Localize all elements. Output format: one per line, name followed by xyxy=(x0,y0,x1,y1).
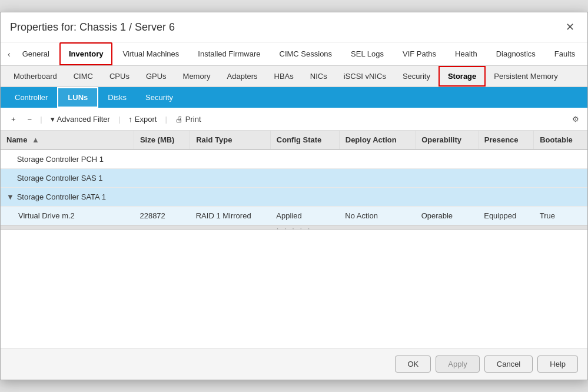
sort-arrow-name: ▲ xyxy=(32,135,39,144)
col-presence[interactable]: Presence xyxy=(478,131,533,150)
sub-tab-iscsi-vnics[interactable]: iSCSI vNICs xyxy=(335,67,394,85)
tab-vif-paths[interactable]: VIF Paths xyxy=(394,43,445,65)
collapse-icon[interactable]: ▼ xyxy=(6,192,15,201)
tab-inventory[interactable]: Inventory xyxy=(59,42,113,65)
table-row[interactable]: Virtual Drive m.2 228872 RAID 1 Mirrored… xyxy=(1,207,587,225)
remove-icon: − xyxy=(28,115,32,124)
table-header-row: Name ▲ Size (MB) Raid Type Config State … xyxy=(1,131,587,150)
col-name[interactable]: Name ▲ xyxy=(1,131,134,150)
settings-button[interactable]: ⚙ xyxy=(570,111,582,127)
cell-deploy-action xyxy=(339,188,415,207)
cell-deploy-action xyxy=(339,150,415,169)
cell-raid-type: RAID 1 Mirrored xyxy=(190,207,271,225)
col-deploy-action[interactable]: Deploy Action xyxy=(339,131,415,150)
toolbar-sep2: | xyxy=(118,115,120,124)
dialog-header: Properties for: Chassis 1 / Server 6 ✕ xyxy=(1,12,587,42)
luns-table-container: Name ▲ Size (MB) Raid Type Config State … xyxy=(1,131,587,225)
cell-raid-type xyxy=(190,188,271,207)
tab-faults[interactable]: Faults xyxy=(546,43,584,65)
sub-tab-motherboard[interactable]: Motherboard xyxy=(5,67,65,85)
sub-tab-persistent-memory[interactable]: Persistent Memory xyxy=(486,67,566,85)
cell-size xyxy=(134,188,190,207)
close-button[interactable]: ✕ xyxy=(562,19,578,35)
sub-tab-adapters[interactable]: Adapters xyxy=(219,67,266,85)
cell-raid-type xyxy=(190,169,271,188)
cell-bootable xyxy=(534,188,587,207)
tertiary-tab-security[interactable]: Security xyxy=(136,88,182,107)
cell-config-state: Applied xyxy=(270,207,339,225)
filter-icon: ▾ xyxy=(51,115,55,124)
cell-bootable xyxy=(534,169,587,188)
resize-handle[interactable]: · · · · · xyxy=(1,225,587,230)
cell-name: Storage Controller PCH 1 xyxy=(1,150,134,169)
col-size[interactable]: Size (MB) xyxy=(134,131,190,150)
table-row[interactable]: Storage Controller PCH 1 xyxy=(1,150,587,169)
cell-presence xyxy=(478,188,533,207)
properties-dialog: Properties for: Chassis 1 / Server 6 ✕ ‹… xyxy=(0,12,588,380)
remove-button[interactable]: − xyxy=(23,113,37,125)
cell-operability xyxy=(416,150,479,169)
cell-size xyxy=(134,169,190,188)
col-raid-type[interactable]: Raid Type xyxy=(190,131,271,150)
cell-config-state xyxy=(270,150,339,169)
cell-raid-type xyxy=(190,150,271,169)
cell-bootable: True xyxy=(534,207,587,225)
gear-icon: ⚙ xyxy=(572,115,579,124)
tab-events[interactable]: Events xyxy=(585,43,587,65)
cell-presence xyxy=(478,169,533,188)
cell-bootable xyxy=(534,150,587,169)
advanced-filter-button[interactable]: ▾ Advanced Filter xyxy=(46,113,115,125)
tertiary-tab-disks[interactable]: Disks xyxy=(98,88,136,107)
sub-tab-security[interactable]: Security xyxy=(394,67,438,85)
sub-tab-hbas[interactable]: HBAs xyxy=(266,67,302,85)
help-button[interactable]: Help xyxy=(537,356,578,373)
toolbar-sep: | xyxy=(40,115,42,124)
dialog-footer: OK Apply Cancel Help xyxy=(1,348,587,380)
cell-presence xyxy=(478,150,533,169)
cancel-button[interactable]: Cancel xyxy=(484,356,533,373)
print-button[interactable]: 🖨 Print xyxy=(171,113,206,125)
tab-cimc-sessions[interactable]: CIMC Sessions xyxy=(271,43,341,65)
cell-name: ▼ Storage Controller SATA 1 xyxy=(1,188,134,207)
tab-general[interactable]: General xyxy=(14,43,58,65)
cell-name: Storage Controller SAS 1 xyxy=(1,169,134,188)
main-tabs-bar: ‹ General Inventory Virtual Machines Ins… xyxy=(1,42,587,66)
cell-config-state xyxy=(270,188,339,207)
sub-tab-storage[interactable]: Storage xyxy=(438,66,486,87)
tertiary-tab-controller[interactable]: Controller xyxy=(5,88,57,107)
tabs-prev-arrow[interactable]: ‹ xyxy=(5,45,13,64)
cell-name: Virtual Drive m.2 xyxy=(1,207,134,225)
col-operability[interactable]: Operability xyxy=(416,131,479,150)
sub-tab-cimc[interactable]: CIMC xyxy=(65,67,101,85)
cell-operability xyxy=(416,188,479,207)
tab-virtual-machines[interactable]: Virtual Machines xyxy=(114,43,188,65)
add-icon: + xyxy=(11,115,16,124)
export-icon: ↑ xyxy=(128,115,132,124)
cell-presence: Equipped xyxy=(478,207,533,225)
tab-health[interactable]: Health xyxy=(446,43,486,65)
col-config-state[interactable]: Config State xyxy=(270,131,339,150)
tertiary-tab-luns[interactable]: LUNs xyxy=(57,87,98,108)
table-toolbar: + − | ▾ Advanced Filter | ↑ Export | 🖨 P… xyxy=(1,108,587,131)
export-button[interactable]: ↑ Export xyxy=(124,113,161,125)
add-button[interactable]: + xyxy=(6,113,21,125)
cell-operability xyxy=(416,169,479,188)
tab-diagnostics[interactable]: Diagnostics xyxy=(487,43,544,65)
cell-operability: Operable xyxy=(416,207,479,225)
cell-size: 228872 xyxy=(134,207,190,225)
table-row[interactable]: ▼ Storage Controller SATA 1 xyxy=(1,188,587,207)
apply-button[interactable]: Apply xyxy=(436,356,480,373)
ok-button[interactable]: OK xyxy=(395,356,431,373)
sub-tab-nics[interactable]: NICs xyxy=(302,67,335,85)
sub-tab-gpus[interactable]: GPUs xyxy=(138,67,175,85)
sub-tab-cpus[interactable]: CPUs xyxy=(101,67,138,85)
toolbar-sep3: | xyxy=(165,115,167,124)
tab-sel-logs[interactable]: SEL Logs xyxy=(342,43,393,65)
tab-installed-firmware[interactable]: Installed Firmware xyxy=(189,43,269,65)
sub-tab-memory[interactable]: Memory xyxy=(175,67,219,85)
dialog-title: Properties for: Chassis 1 / Server 6 xyxy=(10,21,175,34)
col-bootable[interactable]: Bootable xyxy=(534,131,587,150)
table-row[interactable]: Storage Controller SAS 1 xyxy=(1,169,587,188)
cell-size xyxy=(134,150,190,169)
cell-deploy-action: No Action xyxy=(339,207,415,225)
